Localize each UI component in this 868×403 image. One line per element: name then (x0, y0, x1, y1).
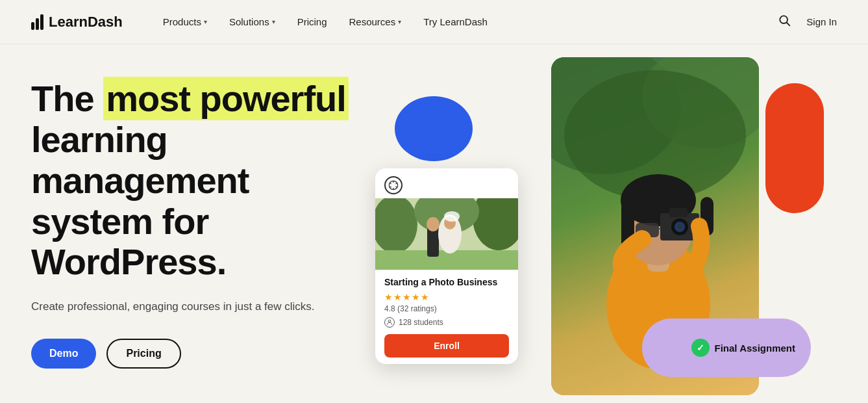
svg-line-24 (390, 187, 391, 187)
card-content: Starting a Photo Business ★★★★★ 4.8 (32 … (375, 270, 518, 364)
assignment-label: Final Assignment (715, 343, 795, 354)
hero-section: The most powerful learning management sy… (0, 44, 868, 403)
user-icon (384, 317, 395, 328)
check-icon: ✓ (691, 339, 710, 357)
assignment-badge-container: ✓ Final Assignment (642, 318, 811, 377)
svg-point-18 (677, 224, 682, 229)
nav-item-products[interactable]: Products ▾ (154, 11, 216, 32)
nav-item-resources[interactable]: Resources ▾ (340, 11, 411, 32)
search-button[interactable] (775, 11, 793, 32)
chevron-down-icon: ▾ (204, 18, 207, 25)
card-photo-svg (375, 198, 518, 270)
svg-rect-30 (375, 250, 518, 270)
svg-rect-15 (669, 208, 688, 217)
chevron-down-icon: ▾ (272, 18, 275, 25)
svg-point-36 (388, 320, 391, 322)
stars: ★★★★★ (384, 292, 509, 302)
svg-rect-31 (427, 228, 439, 257)
demo-button[interactable]: Demo (31, 339, 96, 369)
navbar: LearnDash Products ▾ Solutions ▾ Pricing… (0, 0, 868, 44)
students-row: 128 students (384, 317, 509, 328)
chevron-down-icon: ▾ (398, 18, 401, 25)
svg-line-25 (390, 183, 391, 183)
red-shape (765, 83, 824, 213)
hero-left: The most powerful learning management sy… (31, 79, 369, 368)
card-title: Starting a Photo Business (384, 276, 509, 288)
pricing-button[interactable]: Pricing (106, 339, 180, 369)
hero-right: Starting a Photo Business ★★★★★ 4.8 (32 … (369, 44, 837, 403)
nav-item-try[interactable]: Try LearnDash (414, 11, 497, 32)
svg-point-35 (444, 211, 460, 222)
blue-shape (395, 96, 473, 161)
students-count: 128 students (399, 318, 443, 327)
enroll-button[interactable]: Enroll (384, 334, 509, 358)
hero-subtext: Create professional, engaging courses in… (31, 298, 369, 315)
hero-headline: The most powerful learning management sy… (31, 79, 369, 283)
signin-link[interactable]: Sign In (806, 16, 837, 27)
course-card: Starting a Photo Business ★★★★★ 4.8 (32 … (375, 168, 518, 364)
svg-line-22 (395, 187, 397, 187)
svg-point-32 (427, 217, 440, 231)
nav-right: Sign In (775, 11, 837, 32)
logo-icon (31, 14, 43, 30)
card-icon-row (375, 168, 518, 198)
card-photo (375, 198, 518, 270)
svg-line-21 (395, 183, 397, 183)
nav-item-pricing[interactable]: Pricing (288, 11, 336, 32)
nav-item-solutions[interactable]: Solutions ▾ (220, 11, 284, 32)
svg-line-1 (787, 23, 790, 26)
hero-buttons: Demo Pricing (31, 339, 369, 369)
assignment-badge: ✓ Final Assignment (691, 339, 795, 357)
logo[interactable]: LearnDash (31, 14, 123, 31)
headline-highlight: most powerful (103, 77, 349, 120)
search-icon (778, 14, 791, 27)
nav-links: Products ▾ Solutions ▾ Pricing Resources… (154, 11, 776, 32)
rating-text: 4.8 (32 ratings) (384, 304, 509, 313)
logo-text: LearnDash (49, 14, 123, 31)
aperture-icon (384, 176, 403, 194)
